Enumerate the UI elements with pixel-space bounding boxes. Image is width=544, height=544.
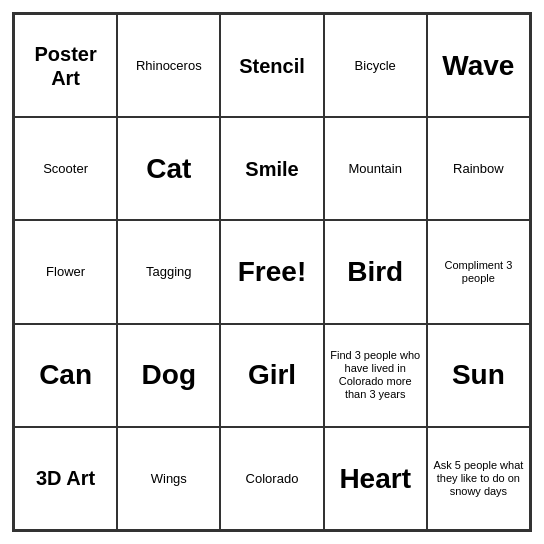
cell-label-8: Mountain <box>348 161 401 177</box>
cell-label-19: Sun <box>452 358 505 392</box>
cell-label-5: Scooter <box>43 161 88 177</box>
cell-label-24: Ask 5 people what they like to do on sno… <box>432 459 525 499</box>
cell-label-17: Girl <box>248 358 296 392</box>
cell-label-22: Colorado <box>246 471 299 487</box>
bingo-cell-13: Bird <box>324 220 427 323</box>
cell-label-7: Smile <box>245 157 298 181</box>
bingo-cell-6: Cat <box>117 117 220 220</box>
bingo-cell-8: Mountain <box>324 117 427 220</box>
cell-label-9: Rainbow <box>453 161 504 177</box>
cell-label-0: Poster Art <box>19 42 112 90</box>
bingo-cell-15: Can <box>14 324 117 427</box>
cell-label-6: Cat <box>146 152 191 186</box>
cell-label-15: Can <box>39 358 92 392</box>
bingo-cell-18: Find 3 people who have lived in Colorado… <box>324 324 427 427</box>
cell-label-1: Rhinoceros <box>136 58 202 74</box>
bingo-cell-9: Rainbow <box>427 117 530 220</box>
bingo-cell-16: Dog <box>117 324 220 427</box>
bingo-cell-17: Girl <box>220 324 323 427</box>
bingo-cell-22: Colorado <box>220 427 323 530</box>
cell-label-21: Wings <box>151 471 187 487</box>
bingo-cell-23: Heart <box>324 427 427 530</box>
cell-label-16: Dog <box>142 358 196 392</box>
bingo-cell-12: Free! <box>220 220 323 323</box>
bingo-cell-0: Poster Art <box>14 14 117 117</box>
cell-label-2: Stencil <box>239 54 305 78</box>
bingo-cell-20: 3D Art <box>14 427 117 530</box>
bingo-cell-19: Sun <box>427 324 530 427</box>
bingo-cell-5: Scooter <box>14 117 117 220</box>
bingo-board: Poster ArtRhinocerosStencilBicycleWaveSc… <box>12 12 532 532</box>
cell-label-12: Free! <box>238 255 306 289</box>
cell-label-4: Wave <box>442 49 514 83</box>
bingo-cell-21: Wings <box>117 427 220 530</box>
bingo-cell-4: Wave <box>427 14 530 117</box>
bingo-cell-2: Stencil <box>220 14 323 117</box>
bingo-cell-1: Rhinoceros <box>117 14 220 117</box>
cell-label-13: Bird <box>347 255 403 289</box>
cell-label-10: Flower <box>46 264 85 280</box>
bingo-cell-7: Smile <box>220 117 323 220</box>
cell-label-23: Heart <box>339 462 411 496</box>
bingo-cell-24: Ask 5 people what they like to do on sno… <box>427 427 530 530</box>
cell-label-14: Compliment 3 people <box>432 259 525 285</box>
bingo-cell-3: Bicycle <box>324 14 427 117</box>
cell-label-20: 3D Art <box>36 466 95 490</box>
bingo-cell-10: Flower <box>14 220 117 323</box>
cell-label-11: Tagging <box>146 264 192 280</box>
cell-label-3: Bicycle <box>355 58 396 74</box>
bingo-cell-14: Compliment 3 people <box>427 220 530 323</box>
bingo-cell-11: Tagging <box>117 220 220 323</box>
cell-label-18: Find 3 people who have lived in Colorado… <box>329 349 422 402</box>
